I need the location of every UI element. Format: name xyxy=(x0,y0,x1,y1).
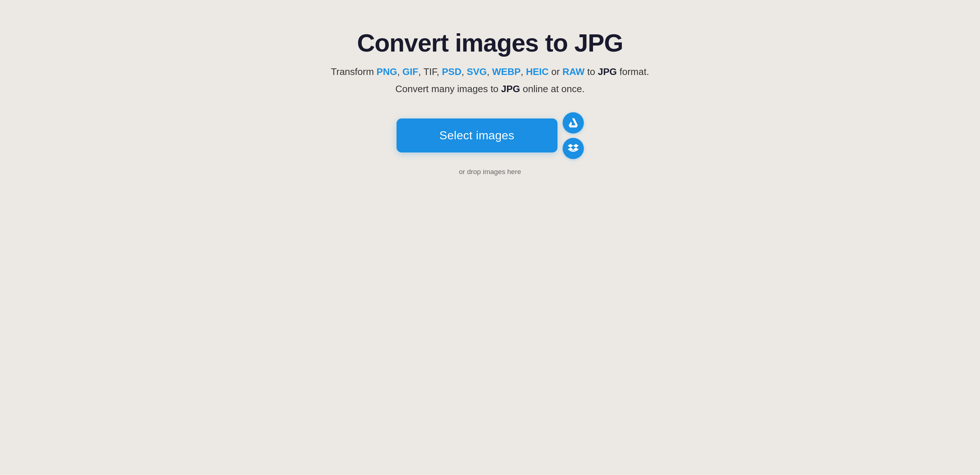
subtitle-formats: Transform PNG, GIF, TIF, PSD, SVG, WEBP,… xyxy=(331,65,649,79)
action-row: Select images xyxy=(396,112,584,159)
select-images-button[interactable]: Select images xyxy=(396,119,557,153)
sep2: , xyxy=(418,66,423,77)
main-container: Convert images to JPG Transform PNG, GIF… xyxy=(326,29,655,176)
dropbox-button[interactable] xyxy=(563,138,584,159)
page-title: Convert images to JPG xyxy=(357,29,623,57)
sep5: , xyxy=(487,66,492,77)
format-tif: TIF xyxy=(423,66,436,77)
drop-text: or drop images here xyxy=(459,168,521,176)
format-png: PNG xyxy=(376,66,397,77)
sep6: , xyxy=(520,66,526,77)
format-psd: PSD xyxy=(442,66,461,77)
format-gif: GIF xyxy=(402,66,418,77)
subtitle2-suffix: online at once. xyxy=(523,83,585,94)
sep4: , xyxy=(461,66,466,77)
format-raw: RAW xyxy=(562,66,585,77)
subtitle-end: format. xyxy=(617,66,649,77)
subtitle2: Convert many images to JPG online at onc… xyxy=(395,82,585,96)
format-jpg: JPG xyxy=(598,66,617,77)
sep8: to xyxy=(585,66,598,77)
format-heic: HEIC xyxy=(526,66,549,77)
subtitle2-bold: JPG xyxy=(501,83,520,94)
google-drive-button[interactable] xyxy=(563,112,584,133)
google-drive-icon xyxy=(568,118,579,128)
format-svg: SVG xyxy=(467,66,487,77)
subtitle2-prefix: Convert many images to xyxy=(395,83,501,94)
sep7: or xyxy=(549,66,563,77)
subtitle-transform-text: Transform xyxy=(331,66,377,77)
dropbox-icon xyxy=(568,143,579,154)
format-webp: WEBP xyxy=(492,66,520,77)
sep1: , xyxy=(397,66,402,77)
cloud-buttons xyxy=(563,112,584,159)
sep3: , xyxy=(437,66,442,77)
